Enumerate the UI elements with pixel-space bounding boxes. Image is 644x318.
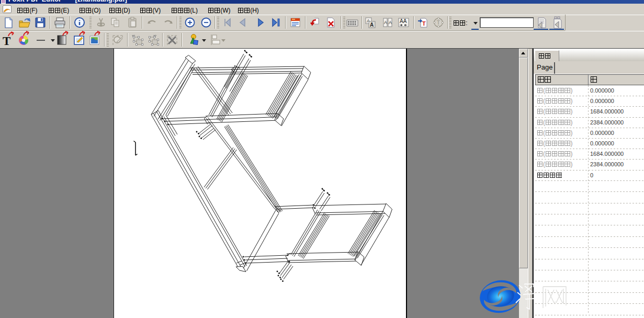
svg-text:T: T — [437, 19, 440, 26]
svg-text:AA: AA — [400, 18, 407, 24]
svg-text:T: T — [422, 20, 426, 27]
svg-text:A: A — [370, 22, 374, 28]
svg-text:A: A — [389, 20, 392, 25]
svg-text:A: A — [384, 20, 387, 25]
